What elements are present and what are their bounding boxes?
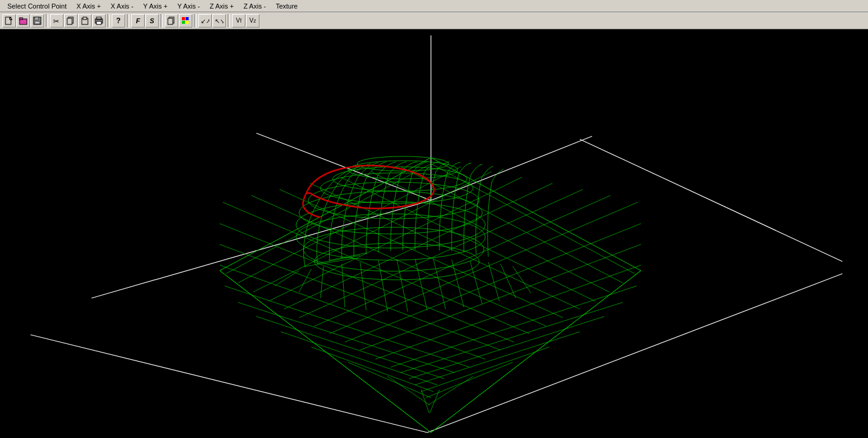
separator-1 — [46, 14, 48, 27]
svg-rect-20 — [182, 21, 185, 24]
new-button[interactable] — [2, 14, 16, 27]
menu-x-axis-minus[interactable]: X Axis - — [106, 2, 138, 10]
arrow2-button[interactable]: ↖↘ — [212, 14, 226, 27]
separator-4 — [161, 14, 163, 27]
separator-3 — [127, 14, 129, 27]
menu-z-axis-plus[interactable]: Z Axis + — [205, 2, 239, 10]
separator-2 — [107, 14, 110, 27]
separator-5 — [194, 14, 197, 27]
svg-rect-6 — [35, 17, 38, 20]
cut-button[interactable]: ✂ — [50, 14, 63, 27]
svg-rect-10 — [67, 18, 72, 24]
help-button[interactable]: ? — [112, 14, 125, 27]
svg-rect-12 — [83, 17, 87, 20]
svg-rect-15 — [96, 21, 101, 24]
svg-text:↙↗: ↙↗ — [201, 18, 209, 24]
f-button[interactable]: F — [131, 14, 145, 27]
menu-texture[interactable]: Texture — [271, 2, 303, 10]
arrow1-button[interactable]: ↙↗ — [198, 14, 212, 27]
open-button[interactable] — [16, 14, 30, 27]
menu-bar: Select Control Point X Axis + X Axis - Y… — [0, 0, 868, 12]
vf-button[interactable]: Vf — [232, 14, 245, 27]
menu-y-axis-minus[interactable]: Y Axis - — [172, 2, 204, 10]
viewport[interactable] — [0, 29, 868, 438]
3d-canvas — [0, 29, 868, 438]
separator-6 — [228, 14, 230, 27]
menu-y-axis-plus[interactable]: Y Axis + — [139, 2, 173, 10]
svg-text:✂: ✂ — [53, 17, 59, 25]
svg-text:↖↘: ↖↘ — [215, 18, 223, 24]
svg-rect-18 — [182, 17, 185, 20]
menu-select-control-point[interactable]: Select Control Point — [2, 2, 71, 10]
paste-button[interactable] — [78, 14, 92, 27]
svg-rect-24 — [0, 29, 868, 438]
svg-rect-7 — [35, 21, 40, 24]
save-button[interactable] — [31, 14, 44, 27]
svg-rect-17 — [168, 18, 173, 24]
copy-button[interactable] — [64, 14, 78, 27]
color-button[interactable] — [179, 14, 192, 27]
svg-rect-19 — [186, 17, 189, 20]
svg-rect-21 — [186, 21, 189, 24]
copy2-button[interactable] — [165, 14, 178, 27]
print-button[interactable] — [92, 14, 106, 27]
vz-button[interactable]: Vz — [246, 14, 259, 27]
menu-z-axis-minus[interactable]: Z Axis - — [239, 2, 271, 10]
s-button[interactable]: S — [145, 14, 159, 27]
menu-x-axis-plus[interactable]: X Axis + — [71, 2, 106, 10]
toolbar: ✂ ? F S ↙↗ ↖↘ Vf Vz — [0, 12, 868, 29]
svg-rect-4 — [20, 18, 23, 20]
